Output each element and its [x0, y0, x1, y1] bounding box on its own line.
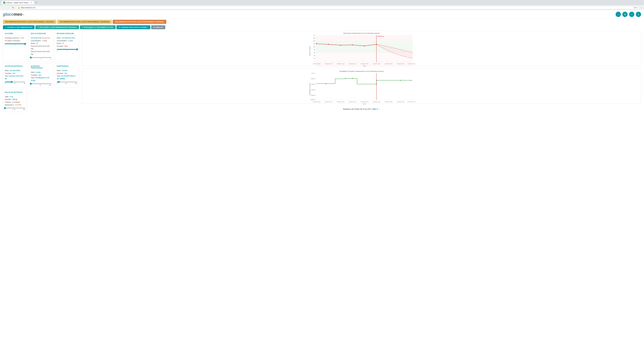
- svg-rect-2: [316, 52, 413, 67]
- svg-text:17/02/25 14:00: 17/02/25 14:00: [372, 63, 380, 64]
- maintenance-constant: Oui: [64, 72, 67, 74]
- back-button[interactable]: ←: [2, 6, 5, 9]
- home-button[interactable]: ⌂: [616, 12, 621, 17]
- main-content: GLYCÉMIE Prochaine mesure à : 5:04 PM (d…: [0, 31, 644, 115]
- action-buttons: ✓ CHOISIR LA RECOMMANDATION ↺ APPLIQUER …: [0, 25, 644, 31]
- nutri-ent-slider-track[interactable]: [5, 82, 25, 82]
- bolus-card: BOLUS D'INSULINE 0.0 ml (0.0 UI) mainten…: [29, 31, 53, 61]
- svg-text:140: 140: [313, 40, 315, 42]
- svg-text:17/02/25 11:00: 17/02/25 11:00: [336, 63, 344, 64]
- glycemie-body: Prochaine mesure à : 5:04 PM (dans 3 heu…: [5, 36, 25, 42]
- left-panel: GLYCÉMIE Prochaine mesure à : 5:04 PM (d…: [3, 31, 79, 112]
- dextrose-slider-thumb[interactable]: [4, 107, 6, 109]
- infusion-slider-track[interactable]: [57, 49, 77, 50]
- bolus-slider-track[interactable]: [31, 57, 51, 58]
- cancel-button[interactable]: ⊕ ANNULER: [151, 25, 165, 29]
- logo-gluco: gluco: [3, 12, 14, 16]
- tab-favicon: [3, 1, 5, 4]
- si-trend-arrow: →: [378, 108, 380, 110]
- glycemie-slider-thumb[interactable]: [24, 43, 26, 45]
- svg-text:20: 20: [314, 58, 315, 59]
- nutri-par-slider-labels: 0 50 100: [31, 84, 51, 86]
- info-button[interactable]: ℹ: [636, 12, 641, 17]
- svg-text:17/02/25 14:00: 17/02/25 14:00: [372, 101, 380, 102]
- svg-text:Time: Time: [363, 65, 366, 67]
- nutri-ent-slider-thumb[interactable]: [11, 81, 12, 83]
- dextrose-card: BOLUS DE DEXTROSE Taille : 0 ml Glucides…: [3, 89, 27, 112]
- dextrose-admin: 2:04 PM: [15, 104, 21, 106]
- svg-point-27: [316, 43, 317, 44]
- glycemie-title: GLYCÉMIE: [5, 33, 25, 35]
- nutri-ent-type: Nutrison Prot Plus MF: [5, 75, 24, 79]
- maintenance-slider-thumb[interactable]: [58, 81, 60, 83]
- nutri-par-slider-container: 0 50 100: [31, 83, 51, 86]
- rec-tab-1h[interactable]: RECOMMANDATION POUR LA/LES PROCHAINE(S) …: [3, 20, 56, 24]
- glycemie-duration: (dans 3 heure(s)): [8, 40, 20, 41]
- logo-meo: meo: [14, 12, 22, 16]
- infusion-card: INFUSION D'INSULINE Débit : 6.0 ml/h (6.…: [55, 31, 79, 61]
- url-text: https://insilicare.com: [21, 7, 36, 8]
- maintenance-type: GLUCOSE VIAFLO 5% 1000ML: [57, 75, 76, 79]
- browser-tab[interactable]: Insilicare - Digital Twins Solutio... ✕: [2, 1, 34, 4]
- nutri-par-slider-track[interactable]: [31, 83, 51, 84]
- nutri-parenterale-card: NUTRITION PARENTÉRALE Débit : 0 ml/h Con…: [29, 63, 53, 88]
- settings-button[interactable]: ⚙: [622, 12, 628, 17]
- glycemie-slider-track[interactable]: [5, 43, 25, 44]
- svg-text:17/02/25 12:00: 17/02/25 12:00: [348, 63, 356, 64]
- svg-text:17/02/25 10:00: 17/02/25 10:00: [324, 101, 332, 102]
- nutri-par-slider-thumb[interactable]: [30, 83, 32, 84]
- sensitivity-chart-title: Sensibilité à l'insuline (uniquement sur…: [84, 70, 640, 72]
- dextrose-glucides: Glucides : 300 g/l: [5, 98, 17, 100]
- tab-title: Insilicare - Digital Twins Solutio...: [6, 2, 30, 3]
- svg-text:17/02/25 17:06: 17/02/25 17:06: [407, 101, 415, 102]
- si-trend-value: 1.86e-4: [371, 108, 378, 110]
- infusion-line3: Route : IV: [57, 42, 64, 44]
- rec-tab-3h[interactable]: RECOMMANDATION POUR LA/LES PROCHAINE(S) …: [113, 20, 166, 24]
- bookmark-button[interactable]: ☆: [641, 6, 642, 9]
- nutri-enterale-title: NUTRITION ENTÉRALE: [5, 65, 25, 68]
- change-subcutaneous-button[interactable]: ⇄ CHANGER VERS SOUS-CUTANÉE ?: [116, 25, 150, 29]
- svg-text:Maintenant: Maintenant: [377, 35, 384, 37]
- bolus-slider-thumb[interactable]: [30, 57, 32, 58]
- nutri-enterale-body: Débit : 20 ml/h (34%) Constant : Oui Typ…: [5, 69, 25, 80]
- glycemie-card: GLYCÉMIE Prochaine mesure à : 5:04 PM (d…: [3, 31, 27, 61]
- maintenance-slider-container: 0 50 100: [57, 82, 77, 84]
- svg-text:Glycémie (mg/dL): Glycémie (mg/dL): [309, 46, 310, 56]
- glycemie-next-label: Prochaine mesure à :: [5, 37, 20, 39]
- glycemie-mid-label: 2: [15, 44, 15, 46]
- dextrose-title: BOLUS DE DEXTROSE: [5, 91, 25, 94]
- check-icon: ✓: [5, 26, 6, 28]
- infusion-slider-thumb[interactable]: [76, 48, 78, 50]
- svg-point-29: [340, 45, 341, 46]
- glycemia-svg: 180 160 140 120 100 80 60 40 20 0 Glycém…: [84, 35, 640, 67]
- svg-text:180: 180: [313, 35, 315, 36]
- apply-original-button[interactable]: ↺ APPLIQUER LA RECOMMANDATION ORIGINALE: [36, 25, 79, 29]
- glycemie-slider-container: 1 2 3: [5, 43, 25, 46]
- tab-close-button[interactable]: ✕: [30, 1, 32, 4]
- infusion-slider-labels: 0 3 6: [57, 50, 77, 51]
- forward-button[interactable]: →: [6, 6, 10, 9]
- rec-tab-2h[interactable]: RECOMMANDATION POUR LA/LES PROCHAINE(S) …: [57, 20, 112, 24]
- si-trend-label: Tendance de l'index de SI sur 6h:: [343, 108, 371, 110]
- svg-point-28: [328, 44, 329, 45]
- nutri-par-body: Débit : 0 ml/h Constant : Oui Type: Smof…: [31, 71, 51, 82]
- dextrose-slider-labels: 0 50 100: [5, 109, 25, 110]
- reload-button[interactable]: ↻: [12, 6, 15, 9]
- nutri-ent-slider-container: 0 29 59: [5, 82, 25, 84]
- nutri-par-constant: Oui: [39, 74, 41, 76]
- nutri-ent-min: 0: [5, 83, 6, 84]
- user-button[interactable]: ⇦: [629, 12, 634, 17]
- apply-current-button[interactable]: ↺ APPLIQUER LE TRAITEMENT ACTUEL: [80, 25, 116, 29]
- infusion-debit: 6.0 ml/h (6.0 U/h): [62, 37, 75, 39]
- nutri-ent-max: 59: [24, 83, 25, 84]
- nutri-par-type: SmofKabiven 8-12-16 gN: [31, 77, 50, 81]
- address-bar[interactable]: 🔒 https://insilicare.com 80 %: [16, 6, 640, 9]
- bolus-title: BOLUS D'INSULINE: [31, 33, 51, 35]
- dextrose-slider-track[interactable]: [5, 108, 25, 108]
- maintenance-slider-track[interactable]: [57, 82, 77, 82]
- svg-text:0: 0: [314, 61, 315, 62]
- new-tab-button[interactable]: +: [36, 1, 37, 4]
- choose-recommendation-button[interactable]: ✓ CHOISIR LA RECOMMANDATION: [3, 25, 34, 29]
- infusion-body: Débit : 6.0 ml/h (6.0 U/h) Concentration…: [57, 36, 77, 47]
- infusion-max-label: 6: [76, 50, 77, 51]
